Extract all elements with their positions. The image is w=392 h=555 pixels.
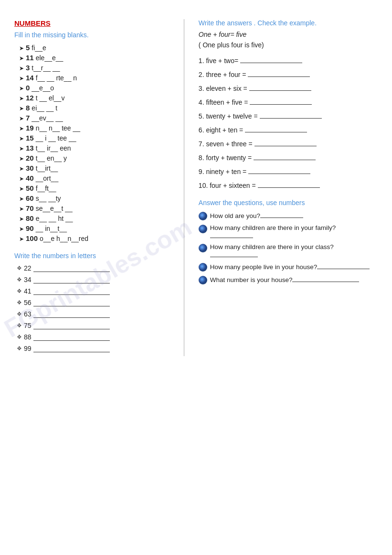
word-fragment: __ort__ <box>36 174 58 182</box>
number-label: 19 <box>26 124 34 132</box>
write-field[interactable] <box>33 322 110 329</box>
word-fragment: t__ ir__ een <box>36 144 71 152</box>
write-field[interactable] <box>33 310 110 318</box>
answer-blank[interactable] <box>210 250 258 257</box>
word-fragment: o__e h__n__red <box>40 235 88 242</box>
write-field[interactable] <box>33 345 110 352</box>
number-label: 70 <box>26 204 34 212</box>
fill-list-item: 0__e__o <box>19 84 174 92</box>
math-list-item: 8. forty + twenty = <box>199 152 378 162</box>
fill-list-item: 12t __ el__v <box>19 94 174 102</box>
math-list-item: 2. three + four = <box>199 69 378 78</box>
fill-list-item: 8ei__ __ t <box>19 104 174 112</box>
math-list: 1. five + two= 2. three + four =3. eleve… <box>199 55 378 189</box>
word-fragment: t__irt__ <box>36 164 58 172</box>
number-label: 11 <box>26 54 34 62</box>
write-field[interactable] <box>33 299 110 306</box>
word-fragment: fi__e <box>32 44 46 52</box>
number-label: 30 <box>26 164 34 172</box>
answer-question-text: How many people live in your house? <box>210 262 370 271</box>
number-label: 60 <box>26 194 34 202</box>
answer-list: How old are you?How many children are th… <box>199 211 378 284</box>
fill-list-item: 50f__ft__ <box>19 184 174 192</box>
number-label: 13 <box>26 144 34 152</box>
math-answer-blank[interactable] <box>248 166 310 174</box>
answer-question-text: How old are you? <box>210 211 303 219</box>
word-fragment: t __ el__v <box>36 94 65 102</box>
word-fragment: s__ __ty <box>36 195 61 202</box>
number-label: 12 <box>26 94 34 102</box>
answer-list-item: How many people live in your house? <box>199 262 378 272</box>
write-number: 22 <box>24 264 32 272</box>
globe-icon <box>199 244 207 252</box>
math-list-item: 7. seven + three = <box>199 139 378 148</box>
word-fragment: t__r__ __ <box>32 64 60 72</box>
fill-list-item: 60s__ __ty <box>19 194 174 202</box>
math-answer-blank[interactable] <box>254 139 317 146</box>
number-label: 5 <box>26 44 30 52</box>
fill-list: 5fi__e11ele__e__3t__r__ __14f__ __ rte__… <box>14 44 174 242</box>
answer-blank[interactable] <box>260 211 303 218</box>
fill-list-item: 7__ev__ __ <box>19 114 174 122</box>
math-answer-blank[interactable] <box>240 55 302 63</box>
globe-icon <box>199 212 207 220</box>
fill-list-item: 80e__ __ ht __ <box>19 214 174 222</box>
math-answer-blank[interactable] <box>250 97 312 105</box>
fill-list-item: 19n__ n__ tee __ <box>19 124 174 132</box>
fill-list-item: 5fi__e <box>19 44 174 52</box>
right-instruction: Write the answers . Check the example. <box>199 19 378 27</box>
number-label: 50 <box>26 184 34 192</box>
answer-list-item: What number is your house? <box>199 275 378 284</box>
word-fragment: __ in__t__ <box>36 225 67 232</box>
write-list-item: 41 <box>17 287 174 295</box>
number-label: 90 <box>26 224 34 232</box>
answer-blank[interactable] <box>292 275 359 282</box>
math-answer-blank[interactable] <box>254 152 316 160</box>
number-label: 7 <box>26 114 30 122</box>
word-fragment: f__ft__ <box>36 185 56 192</box>
globe-icon <box>199 263 207 272</box>
word-fragment: __ i __ tee __ <box>36 134 76 142</box>
fill-list-item: 70se__e__t __ <box>19 204 174 212</box>
word-fragment: __e__o <box>32 84 54 92</box>
globe-icon <box>199 225 207 233</box>
fill-list-item: 20t__ en__ y <box>19 154 174 162</box>
write-field[interactable] <box>33 287 110 295</box>
math-list-item: 5. twenty + twelve = <box>199 111 378 120</box>
answer-blank[interactable] <box>317 262 370 269</box>
page-container: NUMBERS Fill in the missing blanks. 5fi_… <box>14 19 378 356</box>
math-answer-blank[interactable] <box>248 69 310 77</box>
write-field[interactable] <box>33 333 110 341</box>
answer-list-item: How many children are there in your clas… <box>199 243 378 259</box>
write-list-item: 56 <box>17 299 174 306</box>
globe-icon <box>199 276 207 284</box>
fill-instruction: Fill in the missing blanks. <box>14 31 174 39</box>
write-list-item: 34 <box>17 276 174 283</box>
math-answer-blank[interactable] <box>258 180 320 188</box>
example-italic: One + four= five <box>199 31 378 38</box>
fill-list-item: 3t__r__ __ <box>19 64 174 72</box>
number-label: 15 <box>26 134 34 142</box>
math-answer-blank[interactable] <box>245 125 307 132</box>
math-list-item: 9. ninety + ten = <box>199 166 378 175</box>
answer-blank[interactable] <box>210 231 253 238</box>
word-fragment: f__ __ rte__ n <box>36 74 77 82</box>
left-column: NUMBERS Fill in the missing blanks. 5fi_… <box>14 19 184 356</box>
number-label: 0 <box>26 84 30 92</box>
write-list: 2234415663758899 <box>14 264 174 352</box>
math-list-item: 3. eleven + six = <box>199 83 378 92</box>
write-number: 63 <box>24 310 32 318</box>
math-list-item: 1. five + two= <box>199 55 378 65</box>
number-label: 14 <box>26 74 34 82</box>
write-number: 99 <box>24 345 32 352</box>
math-answer-blank[interactable] <box>260 111 322 119</box>
write-field[interactable] <box>33 264 110 272</box>
write-number: 75 <box>24 322 32 329</box>
number-label: 40 <box>26 174 34 182</box>
answer-list-item: How many children are there in your fami… <box>199 224 378 239</box>
write-field[interactable] <box>33 276 110 283</box>
math-answer-blank[interactable] <box>249 83 311 91</box>
math-list-item: 6. eight + ten = <box>199 125 378 134</box>
number-label: 100 <box>26 234 38 242</box>
write-list-item: 99 <box>17 345 174 352</box>
